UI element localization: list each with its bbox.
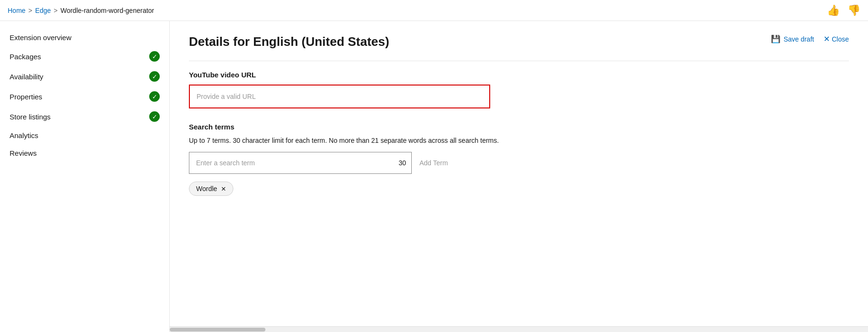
header-actions: 💾 Save draft ✕ Close [771,34,849,43]
breadcrumb-edge[interactable]: Edge [35,7,51,14]
sidebar-item-label-properties: Properties [10,93,42,101]
close-button[interactable]: ✕ Close [824,34,849,43]
search-input-row: 30 Add Term [189,152,849,174]
sidebar-item-reviews[interactable]: Reviews [0,144,169,162]
sidebar-item-analytics[interactable]: Analytics [0,127,169,144]
sidebar-item-extension-overview[interactable]: Extension overview [0,29,169,46]
sidebar-item-label-analytics: Analytics [10,131,38,139]
search-terms-description: Up to 7 terms. 30 character limit for ea… [189,137,849,144]
youtube-url-label: YouTube video URL [189,71,849,79]
store-listings-check-icon: ✓ [149,111,160,122]
horizontal-scrollbar[interactable] [170,326,868,332]
sidebar-item-label-extension-overview: Extension overview [10,33,71,42]
sidebar-item-packages[interactable]: Packages ✓ [0,46,169,66]
close-x-icon: ✕ [824,34,830,43]
breadcrumb-right-actions: 👍 👎 [827,4,860,17]
breadcrumb: Home > Edge > Wordle-random-word-generat… [8,7,154,14]
breadcrumb-bar: Home > Edge > Wordle-random-word-generat… [0,0,868,21]
search-terms-section: Search terms Up to 7 terms. 30 character… [189,123,849,196]
content-header: Details for English (United States) 💾 Sa… [189,34,849,49]
sidebar-item-properties[interactable]: Properties ✓ [0,86,169,107]
breadcrumb-current: Wordle-random-word-generator [60,7,154,14]
add-term-button[interactable]: Add Term [419,159,448,167]
availability-check-icon: ✓ [149,71,160,82]
youtube-url-section: YouTube video URL [189,71,849,108]
breadcrumb-home[interactable]: Home [8,7,25,14]
page-title: Details for English (United States) [189,34,389,49]
thumbs-down-icon[interactable]: 👎 [847,4,860,17]
char-count-display: 30 [398,159,406,167]
properties-check-icon: ✓ [149,91,160,102]
tag-wordle-label: Wordle [196,185,217,193]
sidebar-item-store-listings[interactable]: Store listings ✓ [0,107,169,127]
sidebar-item-label-reviews: Reviews [10,149,37,157]
sidebar-item-availability[interactable]: Availability ✓ [0,66,169,86]
tag-list: Wordle ✕ [189,182,849,196]
main-layout: Extension overview Packages ✓ Availabili… [0,21,868,332]
breadcrumb-sep1: > [28,7,32,14]
sidebar-item-label-store-listings: Store listings [10,113,51,121]
section-divider [189,61,849,61]
packages-check-icon: ✓ [149,51,160,62]
sidebar-item-label-packages: Packages [10,53,41,61]
floppy-disk-icon: 💾 [771,34,780,43]
scrollbar-thumb[interactable] [170,328,265,332]
search-terms-label: Search terms [189,123,849,131]
close-label: Close [832,35,849,43]
tag-wordle: Wordle ✕ [189,182,233,196]
breadcrumb-sep2: > [54,7,57,14]
save-draft-label: Save draft [783,35,814,43]
search-term-input[interactable] [189,152,412,174]
thumbs-up-icon[interactable]: 👍 [827,4,840,17]
search-input-wrapper: 30 [189,152,412,174]
content-area: Details for English (United States) 💾 Sa… [170,21,868,332]
sidebar: Extension overview Packages ✓ Availabili… [0,21,170,332]
sidebar-item-label-availability: Availability [10,73,44,81]
youtube-url-input[interactable] [189,85,490,108]
tag-wordle-remove-button[interactable]: ✕ [221,185,226,193]
save-draft-button[interactable]: 💾 Save draft [771,34,814,43]
